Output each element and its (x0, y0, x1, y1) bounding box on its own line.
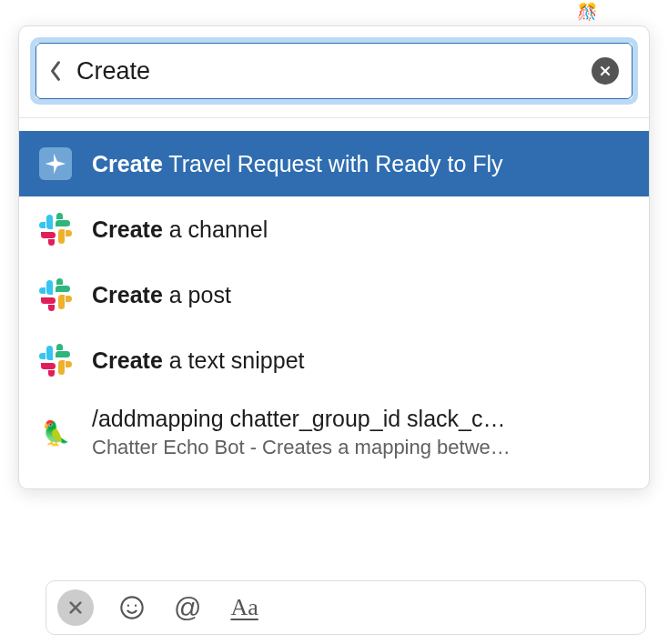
confetti-decor: 🎊 (577, 2, 597, 22)
chevron-left-icon (49, 60, 62, 82)
search-wrap (19, 26, 649, 116)
svg-point-7 (135, 605, 137, 607)
emoji-button[interactable] (116, 591, 148, 624)
format-icon: Aa (230, 594, 258, 621)
result-title: Create a post (92, 282, 629, 308)
result-text: Create a channel (92, 216, 629, 243)
result-addmapping-command[interactable]: 🦜 /addmapping chatter_group_id slack_c… … (19, 393, 649, 472)
slack-hash-icon (39, 344, 72, 377)
svg-point-5 (121, 597, 142, 618)
result-create-travel-request[interactable]: Create Travel Request with Ready to Fly (19, 131, 649, 196)
format-button[interactable]: Aa (227, 590, 261, 625)
result-create-text-snippet[interactable]: Create a text snippet (19, 327, 649, 393)
results-list: Create Travel Request with Ready to Fly … (19, 118, 649, 488)
smile-icon (119, 595, 145, 620)
slack-hash-icon (39, 278, 72, 311)
back-button[interactable] (49, 56, 71, 86)
result-title: Create a channel (92, 216, 629, 243)
slack-hash-icon (39, 213, 72, 246)
result-text: Create a text snippet (92, 347, 629, 374)
result-title: /addmapping chatter_group_id slack_c… (92, 406, 629, 432)
search-field-container (35, 43, 633, 99)
shortcut-popup: Create Travel Request with Ready to Fly … (18, 25, 650, 489)
compose-toolbar: @ Aa (46, 580, 646, 635)
mention-button[interactable]: @ (170, 590, 205, 625)
result-create-post[interactable]: Create a post (19, 262, 649, 327)
close-icon (68, 600, 83, 615)
result-title: Create Travel Request with Ready to Fly (92, 151, 629, 177)
result-create-channel[interactable]: Create a channel (19, 196, 649, 262)
at-icon: @ (174, 594, 201, 621)
parrot-icon: 🦜 (39, 417, 72, 449)
plane-icon (39, 147, 72, 180)
result-text: Create Travel Request with Ready to Fly (92, 151, 629, 177)
result-title: Create a text snippet (92, 347, 629, 374)
search-focus-ring (30, 37, 638, 105)
result-subtitle: Chatter Echo Bot - Creates a mapping bet… (92, 436, 629, 459)
compose-close-button[interactable] (57, 589, 94, 626)
svg-point-6 (127, 605, 129, 607)
result-text: Create a post (92, 282, 629, 308)
close-icon (600, 65, 611, 76)
search-input[interactable] (71, 57, 592, 86)
result-text: /addmapping chatter_group_id slack_c… Ch… (92, 406, 629, 459)
clear-search-button[interactable] (592, 57, 619, 85)
